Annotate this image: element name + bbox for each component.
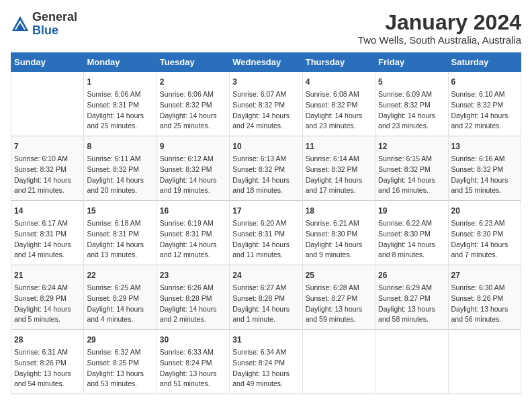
day-number: 26 [378,269,445,281]
calendar-cell: 6Sunrise: 6:10 AM Sunset: 8:32 PM Daylig… [448,72,521,136]
day-number: 23 [160,269,226,281]
calendar-cell: 14Sunrise: 6:17 AM Sunset: 8:31 PM Dayli… [11,201,84,265]
calendar-cell: 2Sunrise: 6:06 AM Sunset: 8:32 PM Daylig… [157,72,229,136]
day-number: 15 [87,205,153,217]
calendar-row: 28Sunrise: 6:31 AM Sunset: 8:26 PM Dayli… [11,330,521,394]
cell-content: Sunrise: 6:17 AM Sunset: 8:31 PM Dayligh… [14,218,81,261]
day-number: 30 [160,334,226,346]
cell-content: Sunrise: 6:31 AM Sunset: 8:26 PM Dayligh… [14,347,81,390]
day-number: 31 [232,334,299,346]
calendar-cell: 23Sunrise: 6:26 AM Sunset: 8:28 PM Dayli… [157,265,229,330]
day-number: 19 [378,205,445,217]
main-title: January 2024 [358,11,521,34]
calendar-cell: 29Sunrise: 6:32 AM Sunset: 8:25 PM Dayli… [84,330,157,394]
logo-text: General Blue [32,11,77,38]
cell-content: Sunrise: 6:08 AM Sunset: 8:32 PM Dayligh… [306,89,372,132]
day-number: 21 [14,269,81,281]
cell-content: Sunrise: 6:23 AM Sunset: 8:30 PM Dayligh… [451,218,518,261]
weekday-header-monday: Monday [84,53,157,72]
cell-content: Sunrise: 6:12 AM Sunset: 8:32 PM Dayligh… [160,154,226,196]
calendar-row: 14Sunrise: 6:17 AM Sunset: 8:31 PM Dayli… [11,201,521,265]
cell-content: Sunrise: 6:32 AM Sunset: 8:25 PM Dayligh… [87,347,153,390]
cell-content: Sunrise: 6:15 AM Sunset: 8:32 PM Dayligh… [378,154,445,196]
calendar-cell: 5Sunrise: 6:09 AM Sunset: 8:32 PM Daylig… [375,72,448,136]
cell-content: Sunrise: 6:06 AM Sunset: 8:32 PM Dayligh… [160,89,226,132]
logo: General Blue [11,11,77,38]
calendar-cell: 26Sunrise: 6:29 AM Sunset: 8:27 PM Dayli… [375,265,448,330]
logo-icon [11,15,30,34]
cell-content: Sunrise: 6:13 AM Sunset: 8:32 PM Dayligh… [232,154,299,196]
cell-content: Sunrise: 6:14 AM Sunset: 8:32 PM Dayligh… [306,154,372,196]
day-number: 4 [306,76,372,88]
calendar-table: SundayMondayTuesdayWednesdayThursdayFrid… [11,52,521,394]
calendar-cell [11,72,84,136]
cell-content: Sunrise: 6:25 AM Sunset: 8:29 PM Dayligh… [87,283,153,325]
cell-content: Sunrise: 6:24 AM Sunset: 8:29 PM Dayligh… [14,283,81,325]
cell-content: Sunrise: 6:11 AM Sunset: 8:32 PM Dayligh… [87,154,153,196]
calendar-cell: 13Sunrise: 6:16 AM Sunset: 8:32 PM Dayli… [448,136,521,201]
day-number: 29 [87,334,153,346]
weekday-header-wednesday: Wednesday [230,53,302,72]
cell-content: Sunrise: 6:34 AM Sunset: 8:24 PM Dayligh… [232,347,299,390]
day-number: 2 [160,76,226,88]
cell-content: Sunrise: 6:16 AM Sunset: 8:32 PM Dayligh… [451,154,518,196]
weekday-header-saturday: Saturday [448,53,521,72]
calendar-cell: 7Sunrise: 6:10 AM Sunset: 8:32 PM Daylig… [11,136,84,201]
cell-content: Sunrise: 6:09 AM Sunset: 8:32 PM Dayligh… [378,89,445,132]
calendar-cell: 8Sunrise: 6:11 AM Sunset: 8:32 PM Daylig… [84,136,157,201]
calendar-cell [302,330,375,394]
weekday-header-row: SundayMondayTuesdayWednesdayThursdayFrid… [11,53,521,72]
logo-blue: Blue [32,24,77,38]
day-number: 5 [378,76,445,88]
day-number: 11 [306,140,372,152]
day-number: 10 [232,140,299,152]
cell-content: Sunrise: 6:07 AM Sunset: 8:32 PM Dayligh… [232,89,299,132]
day-number: 8 [87,140,153,152]
calendar-cell: 11Sunrise: 6:14 AM Sunset: 8:32 PM Dayli… [302,136,375,201]
cell-content: Sunrise: 6:28 AM Sunset: 8:27 PM Dayligh… [306,283,372,325]
calendar-cell: 24Sunrise: 6:27 AM Sunset: 8:28 PM Dayli… [230,265,302,330]
calendar-cell: 18Sunrise: 6:21 AM Sunset: 8:30 PM Dayli… [302,201,375,265]
day-number: 3 [232,76,299,88]
cell-content: Sunrise: 6:21 AM Sunset: 8:30 PM Dayligh… [306,218,372,261]
day-number: 17 [232,205,299,217]
cell-content: Sunrise: 6:29 AM Sunset: 8:27 PM Dayligh… [378,283,445,325]
calendar-cell: 4Sunrise: 6:08 AM Sunset: 8:32 PM Daylig… [302,72,375,136]
calendar-cell: 3Sunrise: 6:07 AM Sunset: 8:32 PM Daylig… [230,72,302,136]
calendar-cell [448,330,521,394]
day-number: 6 [451,76,518,88]
day-number: 28 [14,334,81,346]
cell-content: Sunrise: 6:30 AM Sunset: 8:26 PM Dayligh… [451,283,518,325]
calendar-cell [375,330,448,394]
day-number: 27 [451,269,518,281]
page-header: General Blue January 2024 Two Wells, Sou… [11,11,521,46]
calendar-cell: 15Sunrise: 6:18 AM Sunset: 8:31 PM Dayli… [84,201,157,265]
logo-general: General [32,11,77,24]
calendar-cell: 12Sunrise: 6:15 AM Sunset: 8:32 PM Dayli… [375,136,448,201]
calendar-cell: 20Sunrise: 6:23 AM Sunset: 8:30 PM Dayli… [448,201,521,265]
day-number: 22 [87,269,153,281]
day-number: 9 [160,140,226,152]
cell-content: Sunrise: 6:10 AM Sunset: 8:32 PM Dayligh… [451,89,518,132]
subtitle: Two Wells, South Australia, Australia [358,34,521,46]
cell-content: Sunrise: 6:20 AM Sunset: 8:31 PM Dayligh… [232,218,299,261]
calendar-cell: 27Sunrise: 6:30 AM Sunset: 8:26 PM Dayli… [448,265,521,330]
cell-content: Sunrise: 6:10 AM Sunset: 8:32 PM Dayligh… [14,154,81,196]
weekday-header-sunday: Sunday [11,53,84,72]
calendar-cell: 28Sunrise: 6:31 AM Sunset: 8:26 PM Dayli… [11,330,84,394]
cell-content: Sunrise: 6:06 AM Sunset: 8:31 PM Dayligh… [87,89,153,132]
calendar-cell: 19Sunrise: 6:22 AM Sunset: 8:30 PM Dayli… [375,201,448,265]
calendar-cell: 16Sunrise: 6:19 AM Sunset: 8:31 PM Dayli… [157,201,229,265]
calendar-cell: 22Sunrise: 6:25 AM Sunset: 8:29 PM Dayli… [84,265,157,330]
calendar-cell: 10Sunrise: 6:13 AM Sunset: 8:32 PM Dayli… [230,136,302,201]
calendar-cell: 25Sunrise: 6:28 AM Sunset: 8:27 PM Dayli… [302,265,375,330]
calendar-cell: 30Sunrise: 6:33 AM Sunset: 8:24 PM Dayli… [157,330,229,394]
day-number: 13 [451,140,518,152]
cell-content: Sunrise: 6:18 AM Sunset: 8:31 PM Dayligh… [87,218,153,261]
weekday-header-thursday: Thursday [302,53,375,72]
cell-content: Sunrise: 6:19 AM Sunset: 8:31 PM Dayligh… [160,218,226,261]
calendar-row: 7Sunrise: 6:10 AM Sunset: 8:32 PM Daylig… [11,136,521,201]
day-number: 18 [306,205,372,217]
weekday-header-friday: Friday [375,53,448,72]
day-number: 7 [14,140,81,152]
